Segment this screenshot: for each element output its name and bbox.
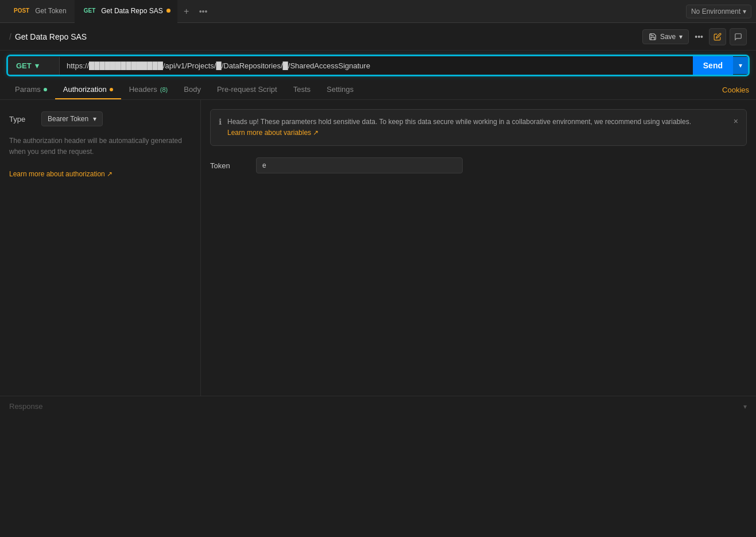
tab-headers[interactable]: Headers (8) xyxy=(121,80,176,99)
tab-name-post: Get Token xyxy=(35,7,66,15)
environment-selector[interactable]: No Environment ▾ xyxy=(686,5,751,18)
breadcrumb: / Get Data Repo SAS xyxy=(9,32,87,41)
token-input[interactable] xyxy=(256,157,463,173)
tab-prerequest[interactable]: Pre-request Script xyxy=(209,80,285,99)
header-bar: / Get Data Repo SAS Save ▾ ••• xyxy=(0,23,756,51)
token-label: Token xyxy=(210,161,245,170)
cookies-link[interactable]: Cookies xyxy=(722,86,749,94)
url-input[interactable] xyxy=(60,57,693,75)
response-label: Response xyxy=(9,402,43,411)
headers-badge: (8) xyxy=(160,86,168,93)
tab-post-get-token[interactable]: POST Get Token xyxy=(5,0,73,23)
info-banner: ℹ Heads up! These parameters hold sensit… xyxy=(210,109,747,146)
authorization-label: Authorization xyxy=(63,85,107,94)
env-label: No Environment xyxy=(691,7,741,16)
send-dropdown-button[interactable]: ▾ xyxy=(733,57,748,74)
save-icon xyxy=(649,33,657,41)
response-chevron-icon: ▾ xyxy=(743,403,747,411)
variables-learn-more-link[interactable]: Learn more about variables ↗ xyxy=(227,129,319,137)
tab-settings[interactable]: Settings xyxy=(319,80,362,99)
request-tabs: Params Authorization Headers (8) Body Pr… xyxy=(0,80,756,100)
url-bar-container: GET ▾ Send ▾ xyxy=(0,51,756,80)
content-area: Type Bearer Token ▾ The authorization he… xyxy=(0,100,756,396)
headers-label: Headers xyxy=(129,85,157,94)
info-banner-text: Heads up! These parameters hold sensitiv… xyxy=(227,117,728,138)
pencil-icon xyxy=(714,33,722,41)
page-title: Get Data Repo SAS xyxy=(15,32,87,41)
tab-name-get: Get Data Repo SAS xyxy=(101,7,162,15)
info-banner-close-button[interactable]: × xyxy=(734,117,738,126)
response-header[interactable]: Response ▾ xyxy=(9,396,747,416)
auth-description-text: The authorization header will be automat… xyxy=(9,137,182,156)
method-badge-get: GET xyxy=(82,7,98,14)
auth-type-row: Type Bearer Token ▾ xyxy=(9,111,191,126)
auth-learn-more-link[interactable]: Learn more about authorization ↗ xyxy=(9,170,113,178)
bearer-token-dropdown[interactable]: Bearer Token ▾ xyxy=(41,111,103,126)
tab-params[interactable]: Params xyxy=(7,80,55,99)
params-dot xyxy=(44,88,47,91)
auth-description: The authorization header will be automat… xyxy=(9,136,191,180)
info-icon: ℹ xyxy=(219,117,222,126)
settings-label: Settings xyxy=(327,85,354,94)
response-area: Response ▾ xyxy=(0,396,756,537)
params-label: Params xyxy=(15,85,41,94)
method-chevron-icon: ▾ xyxy=(35,61,39,70)
method-value: GET xyxy=(16,61,32,70)
header-actions: Save ▾ ••• xyxy=(642,28,747,45)
tab-authorization[interactable]: Authorization xyxy=(55,80,121,99)
info-banner-main-text: Heads up! These parameters hold sensitiv… xyxy=(227,118,691,126)
header-more-button[interactable]: ••• xyxy=(692,30,705,44)
prerequest-label: Pre-request Script xyxy=(217,85,277,94)
tab-bar-right: No Environment ▾ xyxy=(686,5,751,18)
save-label: Save xyxy=(660,33,676,41)
auth-left-panel: Type Bearer Token ▾ The authorization he… xyxy=(0,100,201,396)
breadcrumb-slash: / xyxy=(9,32,11,41)
bearer-token-value: Bearer Token xyxy=(48,115,88,123)
save-button[interactable]: Save ▾ xyxy=(642,29,689,44)
add-tab-button[interactable]: + xyxy=(179,3,195,20)
tab-body[interactable]: Body xyxy=(176,80,209,99)
tab-bar: POST Get Token GET Get Data Repo SAS + •… xyxy=(0,0,756,23)
more-tabs-button[interactable]: ••• xyxy=(196,7,211,16)
auth-right-panel: ℹ Heads up! These parameters hold sensit… xyxy=(201,100,756,396)
tab-unsaved-dot xyxy=(166,9,170,13)
comment-button[interactable] xyxy=(730,28,747,45)
comment-icon xyxy=(734,33,742,41)
method-selector[interactable]: GET ▾ xyxy=(8,57,60,75)
tab-tests[interactable]: Tests xyxy=(285,80,319,99)
tests-label: Tests xyxy=(293,85,311,94)
url-bar: GET ▾ Send ▾ xyxy=(7,55,749,76)
method-badge-post: POST xyxy=(11,7,32,14)
bearer-dropdown-chevron-icon: ▾ xyxy=(93,115,96,123)
tab-get-data-repo[interactable]: GET Get Data Repo SAS xyxy=(75,0,177,23)
body-label: Body xyxy=(184,85,201,94)
type-label: Type xyxy=(9,115,32,123)
env-chevron-icon: ▾ xyxy=(743,7,746,16)
authorization-dot xyxy=(110,88,113,91)
edit-button[interactable] xyxy=(709,28,726,45)
token-row: Token xyxy=(210,157,747,173)
send-button[interactable]: Send xyxy=(693,56,733,75)
save-chevron-icon: ▾ xyxy=(679,33,683,41)
